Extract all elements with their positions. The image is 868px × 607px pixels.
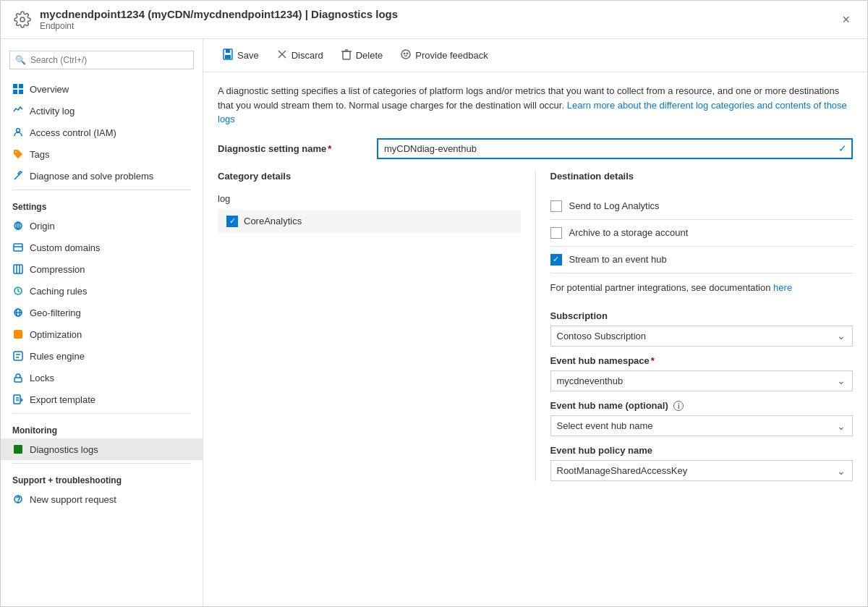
log-analytics-row[interactable]: Send to Log Analytics — [550, 193, 854, 220]
sidebar-item-label: Geo-filtering — [30, 307, 81, 318]
feedback-button[interactable]: Provide feedback — [393, 45, 495, 66]
event-hub-namespace-dropdown[interactable]: mycdneventhub — [550, 370, 854, 391]
search-input[interactable] — [9, 51, 194, 69]
sidebar-item-label: Locks — [30, 373, 54, 383]
sidebar-item-iam[interactable]: Access control (IAM) — [1, 122, 203, 143]
search-icon: 🔍 — [15, 55, 26, 65]
sidebar-item-tags[interactable]: Tags — [1, 143, 203, 165]
svg-point-40 — [407, 53, 408, 54]
monitoring-divider — [12, 413, 191, 414]
tag-icon — [12, 148, 24, 160]
sidebar-item-label: Caching rules — [30, 286, 88, 297]
save-icon — [222, 48, 234, 62]
sidebar-item-label: Origin — [30, 221, 55, 232]
svg-rect-4 — [19, 90, 23, 94]
support-divider — [12, 463, 191, 464]
optimization-icon — [12, 328, 24, 340]
event-hub-name-label: Event hub name (optional) i — [550, 400, 854, 412]
destination-details-heading: Destination details — [550, 171, 854, 182]
search-box[interactable]: 🔍 « — [9, 51, 194, 69]
sidebar-item-diagnostics-logs[interactable]: Diagnostics logs — [1, 438, 203, 460]
event-hub-checkbox[interactable] — [550, 254, 562, 266]
delete-icon — [341, 48, 352, 62]
subscription-dropdown[interactable]: Contoso Subscription — [550, 326, 854, 347]
category-item[interactable]: CoreAnalytics — [218, 210, 521, 233]
diagnostic-setting-label: Diagnostic setting name* — [218, 143, 377, 154]
grid-icon — [12, 83, 24, 95]
sidebar-item-diagnose[interactable]: Diagnose and solve problems — [1, 165, 203, 187]
category-details-heading: Category details — [218, 171, 521, 182]
sidebar-item-label: Export template — [30, 394, 95, 405]
svg-rect-3 — [13, 90, 17, 94]
rules-icon — [12, 350, 24, 362]
svg-point-0 — [20, 17, 25, 22]
sidebar-item-geo-filtering[interactable]: Geo-filtering — [1, 302, 203, 323]
sidebar-item-origin[interactable]: Origin — [1, 215, 203, 237]
event-hub-policy-section: Event hub policy name RootManageSharedAc… — [550, 445, 854, 481]
title-bar: mycdnendpoint1234 (myCDN/mycdnendpoint12… — [1, 1, 867, 39]
svg-point-30 — [18, 502, 19, 503]
svg-point-6 — [15, 151, 17, 153]
sidebar-item-caching-rules[interactable]: Caching rules — [1, 280, 203, 302]
event-hub-policy-label: Event hub policy name — [550, 445, 854, 456]
event-hub-label: Stream to an event hub — [569, 254, 667, 265]
input-check-icon: ✓ — [838, 143, 847, 154]
archive-storage-checkbox[interactable] — [550, 227, 562, 239]
svg-rect-12 — [14, 265, 22, 273]
sidebar-item-custom-domains[interactable]: Custom domains — [1, 237, 203, 258]
delete-button[interactable]: Delete — [333, 45, 391, 66]
svg-rect-28 — [14, 445, 22, 454]
page-subtitle: Endpoint — [40, 21, 74, 31]
event-hub-row[interactable]: Stream to an event hub — [550, 247, 854, 273]
settings-section-label: Settings — [1, 193, 203, 215]
save-label: Save — [237, 50, 259, 61]
partner-link[interactable]: here — [773, 282, 792, 293]
close-button[interactable]: × — [836, 9, 856, 30]
sidebar-item-compression[interactable]: Compression — [1, 258, 203, 280]
sidebar-item-overview[interactable]: Overview — [1, 78, 203, 100]
activity-icon — [12, 105, 24, 116]
subscription-label: Subscription — [550, 310, 854, 321]
log-subheading: log — [218, 193, 521, 204]
wrench-icon — [12, 170, 24, 182]
svg-rect-23 — [14, 378, 22, 382]
diagnostic-setting-row: Diagnostic setting name* ✓ — [218, 138, 853, 159]
partner-text: For potential partner integrations, see … — [550, 273, 854, 302]
sidebar-item-optimization[interactable]: Optimization — [1, 323, 203, 345]
description-text: A diagnostic setting specifies a list of… — [218, 84, 853, 127]
domains-icon — [12, 242, 24, 253]
core-analytics-checkbox[interactable] — [226, 216, 238, 227]
sidebar-item-label: Custom domains — [30, 242, 101, 253]
sidebar-item-export-template[interactable]: Export template — [1, 389, 203, 410]
sidebar-item-rules-engine[interactable]: Rules engine — [1, 345, 203, 367]
save-button[interactable]: Save — [215, 45, 266, 66]
event-hub-policy-wrapper: RootManageSharedAccessKey — [550, 460, 854, 481]
discard-label: Discard — [292, 50, 323, 61]
event-hub-name-dropdown[interactable]: Select event hub name — [550, 415, 854, 436]
svg-rect-36 — [343, 51, 350, 59]
log-analytics-label: Send to Log Analytics — [569, 200, 660, 211]
sidebar-item-new-support[interactable]: New support request — [1, 488, 203, 510]
subscription-section: Subscription Contoso Subscription — [550, 310, 854, 347]
svg-point-38 — [401, 50, 410, 59]
sidebar-item-label: Overview — [30, 84, 69, 95]
info-icon[interactable]: i — [673, 401, 684, 411]
archive-storage-row[interactable]: Archive to a storage account — [550, 220, 854, 247]
sidebar-item-label: Tags — [30, 149, 49, 160]
sidebar-item-label: Optimization — [30, 329, 82, 340]
subscription-dropdown-wrapper: Contoso Subscription — [550, 326, 854, 347]
svg-rect-19 — [14, 330, 22, 339]
gear-icon — [12, 9, 33, 30]
sidebar-item-label: Diagnostics logs — [30, 444, 98, 455]
svg-rect-2 — [19, 84, 23, 88]
event-hub-policy-dropdown[interactable]: RootManageSharedAccessKey — [550, 460, 854, 481]
svg-point-39 — [404, 53, 405, 54]
sidebar-item-label: Activity log — [30, 106, 75, 116]
log-analytics-checkbox[interactable] — [550, 200, 562, 212]
sidebar-item-locks[interactable]: Locks — [1, 367, 203, 389]
settings-divider — [12, 190, 191, 190]
svg-rect-20 — [14, 352, 22, 360]
diagnostic-setting-input[interactable] — [377, 138, 853, 159]
sidebar-item-activity-log[interactable]: Activity log — [1, 100, 203, 122]
discard-button[interactable]: Discard — [269, 45, 331, 66]
